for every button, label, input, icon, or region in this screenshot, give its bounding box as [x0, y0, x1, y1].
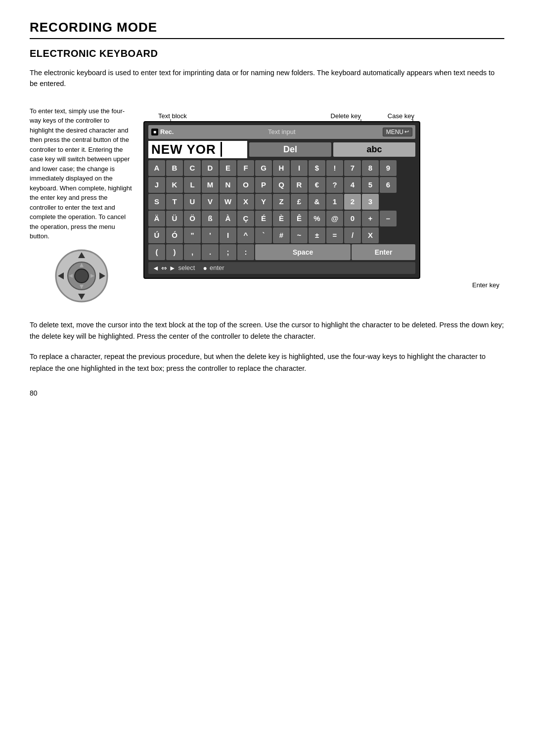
key-7[interactable]: 7: [344, 160, 361, 176]
key-equals[interactable]: =: [326, 227, 343, 243]
key-tilde[interactable]: ~: [291, 227, 308, 243]
key-O-acute[interactable]: Ó: [166, 227, 183, 243]
key-5[interactable]: 5: [362, 177, 379, 193]
key-9[interactable]: 9: [380, 160, 397, 176]
abc-key[interactable]: abc: [333, 142, 415, 157]
key-dquote[interactable]: ": [184, 227, 201, 243]
keyboard-annotation-labels: Text block Delete key Case key: [143, 103, 425, 121]
key-F[interactable]: F: [237, 160, 254, 176]
key-V[interactable]: V: [202, 194, 219, 210]
key-pound[interactable]: £: [291, 194, 308, 210]
key-U-uml[interactable]: Ü: [166, 211, 183, 226]
key-P[interactable]: P: [255, 177, 272, 193]
key-Z[interactable]: Z: [273, 194, 290, 210]
key-plus[interactable]: +: [362, 211, 379, 226]
key-I[interactable]: I: [291, 160, 308, 176]
enter-legend: ● enter: [203, 264, 224, 272]
key-lparen[interactable]: (: [148, 244, 165, 260]
key-S[interactable]: S: [148, 194, 165, 210]
enter-icon: ●: [203, 264, 207, 272]
key-G[interactable]: G: [255, 160, 272, 176]
key-N[interactable]: N: [220, 177, 236, 193]
key-slash[interactable]: /: [344, 227, 361, 243]
svg-point-2: [75, 269, 89, 283]
key-I2[interactable]: I: [220, 227, 236, 243]
key-percent[interactable]: %: [309, 211, 325, 226]
key-colon[interactable]: :: [237, 244, 254, 260]
key-X2[interactable]: X: [362, 227, 379, 243]
section-title: ELECTRONIC KEYBOARD: [30, 48, 504, 59]
text-input-label: Text input: [181, 128, 383, 135]
key-4[interactable]: 4: [344, 177, 361, 193]
key-semicolon[interactable]: ;: [220, 244, 236, 260]
key-B[interactable]: B: [166, 160, 183, 176]
key-3[interactable]: 3: [362, 194, 379, 210]
key-8[interactable]: 8: [362, 160, 379, 176]
key-E[interactable]: E: [220, 160, 236, 176]
rec-label: ■ Rec.: [151, 128, 181, 135]
key-rparen[interactable]: ): [166, 244, 183, 260]
key-D[interactable]: D: [202, 160, 219, 176]
key-H[interactable]: H: [273, 160, 290, 176]
key-A-grave[interactable]: À: [220, 211, 236, 226]
key-question[interactable]: ?: [326, 177, 343, 193]
key-E-acute[interactable]: É: [255, 211, 272, 226]
key-K[interactable]: K: [166, 177, 183, 193]
key-U-acute[interactable]: Ú: [148, 227, 165, 243]
key-C-cedilla[interactable]: Ç: [237, 211, 254, 226]
key-eszett[interactable]: ß: [202, 211, 219, 226]
key-squote[interactable]: ': [202, 227, 219, 243]
page-number: 80: [30, 389, 504, 397]
keyboard-rows: A B C D E F G H I $ ! 7 8 9 J: [148, 160, 415, 260]
key-comma[interactable]: ,: [184, 244, 201, 260]
typed-text-display: NEW YOR: [148, 141, 247, 158]
key-exclaim[interactable]: !: [326, 160, 343, 176]
key-A-uml[interactable]: Ä: [148, 211, 165, 226]
key-euro[interactable]: €: [309, 177, 325, 193]
annotation-lines-top: [143, 103, 425, 121]
paragraph-1: To delete text, move the cursor into the…: [30, 319, 504, 342]
left-column: To enter text, simply use the four-way k…: [30, 103, 134, 306]
menu-button[interactable]: MENU ↩: [383, 128, 412, 136]
key-O-uml[interactable]: Ö: [184, 211, 201, 226]
enter-key-label: Enter key: [143, 281, 504, 289]
key-2[interactable]: 2: [344, 194, 361, 210]
select-legend: ◄ ⇔ ► select: [152, 264, 195, 272]
key-U[interactable]: U: [184, 194, 201, 210]
del-key[interactable]: Del: [249, 142, 331, 157]
keyboard-top-bar: ■ Rec. Text input MENU ↩: [148, 125, 415, 139]
key-W[interactable]: W: [220, 194, 236, 210]
key-1[interactable]: 1: [326, 194, 343, 210]
key-E-circ[interactable]: Ê: [291, 211, 308, 226]
key-C[interactable]: C: [184, 160, 201, 176]
key-period[interactable]: .: [202, 244, 219, 260]
key-Y[interactable]: Y: [255, 194, 272, 210]
key-Q[interactable]: Q: [273, 177, 290, 193]
key-dollar[interactable]: $: [309, 160, 325, 176]
key-backtick[interactable]: `: [255, 227, 272, 243]
key-ampersand[interactable]: &: [309, 194, 325, 210]
key-E-grave[interactable]: È: [273, 211, 290, 226]
key-0[interactable]: 0: [344, 211, 361, 226]
key-at[interactable]: @: [326, 211, 343, 226]
key-plusminus[interactable]: ±: [309, 227, 325, 243]
controller-diagram: [52, 246, 111, 306]
key-6[interactable]: 6: [380, 177, 397, 193]
key-X[interactable]: X: [237, 194, 254, 210]
enter-label: enter: [210, 264, 224, 271]
key-minus[interactable]: –: [380, 211, 397, 226]
key-A[interactable]: A: [148, 160, 165, 176]
key-enter[interactable]: Enter: [352, 244, 415, 260]
key-O[interactable]: O: [237, 177, 254, 193]
key-J[interactable]: J: [148, 177, 165, 193]
key-M[interactable]: M: [202, 177, 219, 193]
key-space[interactable]: Space: [255, 244, 351, 260]
key-hash[interactable]: #: [273, 227, 290, 243]
key-T[interactable]: T: [166, 194, 183, 210]
key-L[interactable]: L: [184, 177, 201, 193]
key-R[interactable]: R: [291, 177, 308, 193]
key-caret[interactable]: ^: [237, 227, 254, 243]
intro-text: The electronic keyboard is used to enter…: [30, 67, 504, 89]
key-row-2: J K L M N O P Q R € ? 4 5 6: [148, 177, 415, 193]
keyboard-bottom-legend: ◄ ⇔ ► select ● enter: [148, 262, 415, 274]
